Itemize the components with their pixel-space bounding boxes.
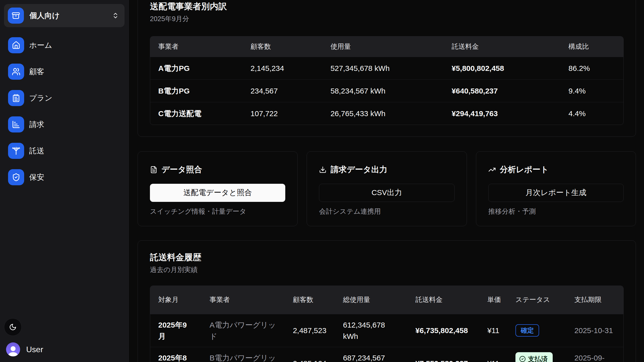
column-header: 支払期限 (566, 290, 623, 310)
users-icon (8, 64, 24, 80)
reconcile-button[interactable]: 送配電データと照合 (150, 184, 285, 202)
status-badge-paid: 支払済み (515, 352, 553, 362)
sidebar-item-home[interactable]: ホーム (8, 37, 125, 53)
bar-chart-icon (8, 116, 24, 132)
avatar (6, 342, 20, 356)
sidebar-item-label: プラン (29, 93, 52, 103)
org-switcher-label: 個人向け (29, 11, 106, 21)
customers-cell: 2,487,523 (285, 320, 335, 341)
data-reconciliation-card: データ照合 送配電データと照合 スイッチング情報・計量データ (138, 151, 298, 226)
card-caption: 推移分析・予測 (488, 207, 624, 215)
main-content: 送配電事業者別内訳 2025年9月分 事業者 顧客数 使用量 託送料金 構成比 … (129, 0, 644, 362)
sidebar-item-label: 請求 (29, 119, 44, 130)
card-title-row: 請求データ出力 (319, 164, 454, 175)
sidebar-item-customers[interactable]: 顧客 (8, 64, 125, 80)
usage-cell: 58,234,567 kWh (323, 80, 444, 102)
sidebar-item-billing[interactable]: 請求 (8, 116, 125, 132)
card-caption: スイッチング情報・計量データ (150, 207, 285, 215)
customers-cell: 234,567 (243, 80, 323, 102)
analysis-report-card: 分析レポート 月次レポート生成 推移分析・予測 (476, 151, 636, 226)
file-text-icon (150, 166, 157, 173)
sidebar-item-label: 保安 (29, 172, 44, 183)
history-section-title: 託送料金履歴 (150, 252, 624, 262)
usage-cell: 26,765,433 kWh (323, 103, 444, 124)
chevrons-up-down-icon (112, 12, 119, 19)
breakdown-section-card: 送配電事業者別内訳 2025年9月分 事業者 顧客数 使用量 託送料金 構成比 … (138, 0, 636, 137)
sidebar-item-label: 託送 (29, 146, 44, 156)
home-icon (8, 37, 24, 53)
notepad-icon (8, 90, 24, 106)
column-header: 単価 (479, 290, 507, 310)
circle-check-icon (519, 356, 526, 362)
operator-cell: C電力送配電 (150, 103, 243, 124)
customers-cell: 107,722 (243, 103, 323, 124)
table-row[interactable]: B電力PG 234,567 58,234,567 kWh ¥640,580,23… (150, 79, 623, 102)
history-section-subtitle: 過去の月別実績 (150, 266, 624, 274)
billing-export-card: 請求データ出力 CSV出力 会計システム連携用 (307, 151, 467, 226)
breakdown-table-header: 事業者 顧客数 使用量 託送料金 構成比 (150, 36, 623, 57)
column-header: 顧客数 (243, 36, 323, 57)
action-cards-row: データ照合 送配電データと照合 スイッチング情報・計量データ 請求データ出力 C… (138, 151, 636, 226)
card-title-row: 分析レポート (488, 164, 624, 175)
month-cell: 2025年9月 (150, 314, 202, 347)
status-cell: 支払済み (507, 347, 566, 362)
history-table: 対象月 事業者 顧客数 総使用量 託送料金 単価 ステータス 支払期限 2025… (150, 286, 624, 362)
sidebar-nav: ホーム 顧客 プラン 請求 託送 (4, 37, 125, 185)
table-row[interactable]: C電力送配電 107,722 26,765,433 kWh ¥294,419,7… (150, 102, 623, 125)
utility-pole-icon (8, 143, 24, 159)
fee-cell: ¥5,800,802,458 (444, 58, 560, 79)
card-title: データ照合 (162, 164, 202, 175)
share-cell: 86.2% (560, 58, 623, 79)
monthly-report-button[interactable]: 月次レポート生成 (488, 184, 624, 202)
trending-up-icon (488, 166, 496, 173)
operator-cell: A電力パワーグリッド (202, 314, 285, 347)
unit-price-cell: ¥11 (479, 353, 507, 362)
column-header: ステータス (507, 290, 566, 310)
operator-cell: A電力PG (150, 58, 243, 79)
fee-cell: ¥294,419,763 (444, 103, 560, 124)
column-header: 顧客数 (285, 290, 335, 310)
org-switcher[interactable]: 個人向け (4, 4, 125, 27)
table-row[interactable]: 2025年9月 A電力パワーグリッド 2,487,523 612,345,678… (150, 314, 623, 347)
share-cell: 9.4% (560, 80, 623, 102)
sidebar: 個人向け ホーム 顧客 プラン 請求 (0, 0, 129, 362)
column-header: 対象月 (150, 290, 202, 310)
column-header: 事業者 (150, 36, 243, 57)
due-date-cell: 2025-09-30 (566, 347, 623, 362)
customers-cell: 2,145,234 (243, 58, 323, 79)
user-menu[interactable]: User (4, 342, 125, 356)
card-title-row: データ照合 (150, 164, 285, 175)
table-row[interactable]: A電力PG 2,145,234 527,345,678 kWh ¥5,800,8… (150, 57, 623, 79)
unit-price-cell: ¥11 (479, 320, 507, 341)
operator-cell: B電力PG (150, 80, 243, 102)
card-title: 請求データ出力 (331, 164, 387, 175)
csv-export-button[interactable]: CSV出力 (319, 184, 454, 202)
status-cell: 確定 (507, 319, 566, 342)
shield-check-icon (8, 169, 24, 185)
download-icon (319, 166, 327, 173)
archive-box-icon (8, 8, 24, 24)
table-row[interactable]: 2025年8月 B電力パワーグリッド 2,485,124 687,234,567… (150, 347, 623, 362)
moon-icon (9, 323, 17, 331)
user-name: User (26, 345, 43, 354)
fee-cell: ¥7,559,580,237 (407, 353, 479, 362)
sidebar-bottom: User (4, 318, 125, 358)
sidebar-item-plans[interactable]: プラン (8, 90, 125, 106)
fee-cell: ¥640,580,237 (444, 80, 560, 102)
status-badge-confirmed: 確定 (515, 324, 539, 337)
breakdown-section-title: 送配電事業者別内訳 (150, 1, 624, 11)
theme-toggle-button[interactable] (4, 318, 22, 336)
column-header: 総使用量 (335, 290, 408, 310)
history-section-card: 託送料金履歴 過去の月別実績 対象月 事業者 顧客数 総使用量 託送料金 単価 … (138, 240, 636, 362)
sidebar-item-transmission[interactable]: 託送 (8, 143, 125, 159)
card-title: 分析レポート (500, 164, 549, 175)
sidebar-item-safety[interactable]: 保安 (8, 169, 125, 185)
operator-cell: B電力パワーグリッド (202, 347, 285, 362)
breakdown-section-subtitle: 2025年9月分 (150, 15, 624, 23)
due-date-cell: 2025-10-31 (566, 320, 623, 341)
usage-cell: 687,234,567 kWh (335, 347, 408, 362)
sidebar-item-label: 顧客 (29, 67, 44, 77)
breakdown-table: 事業者 顧客数 使用量 託送料金 構成比 A電力PG 2,145,234 527… (150, 36, 624, 125)
card-caption: 会計システム連携用 (319, 207, 454, 215)
usage-cell: 527,345,678 kWh (323, 58, 444, 79)
